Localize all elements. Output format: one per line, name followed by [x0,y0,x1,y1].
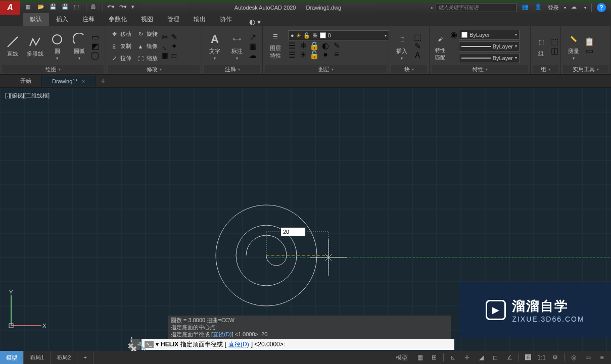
layer-combo[interactable]: ● ☀ 🔓 🖶 0 [288,30,389,40]
app-exchange-icon[interactable]: ☁ [571,4,579,12]
group-button[interactable]: ⬚组 [533,28,549,65]
polyline-button[interactable]: 多段线 [24,28,45,65]
scale-button[interactable]: ⛶缩放 [134,53,160,64]
rectangle-icon[interactable]: ▭ [91,33,99,41]
file-tab-drawing1[interactable]: Drawing1*× [42,76,96,86]
annoscale-icon[interactable]: 🅰 [523,353,533,362]
isodraft-icon[interactable]: ◢ [476,353,486,362]
layout-2[interactable]: 布局2 [51,351,77,364]
panel-annotation-label[interactable]: 注释 [204,65,260,73]
tab-collaborate[interactable]: 协作 [213,13,239,26]
signin-label[interactable]: 登录 [548,4,559,12]
insert-block-button[interactable]: ⬚插入▾ [391,28,412,65]
tab-default[interactable]: 默认 [23,13,49,26]
layer-iso-icon[interactable]: ☰ [288,41,296,49]
table-icon[interactable]: ▦ [249,42,257,50]
customize-icon[interactable]: ✖ [126,342,134,350]
copy-button[interactable]: ⎘复制 [108,41,133,52]
leader-icon[interactable]: ↗ [249,33,257,41]
ungroup-icon[interactable]: ⬚ [550,38,558,46]
snap-toggle-icon[interactable]: ⊞ [429,353,439,362]
rotate-button[interactable]: ↻旋转 [134,29,160,40]
layer-freeze-icon[interactable]: ❄ [299,41,307,49]
command-line[interactable]: >_ ▾ HELIX 指定顶面半径或 [直径(D)] <20.0000>: [142,339,454,350]
layer-uniso-icon[interactable]: ☰ [288,50,296,59]
signin-icon[interactable]: 👤 [535,4,543,12]
web-icon[interactable]: ⬚ [74,4,82,12]
layer-match-icon[interactable]: ≡ [333,50,341,59]
panel-group-label[interactable]: 组 [533,65,558,73]
tab-insert[interactable]: 插入 [49,13,75,26]
qat-dropdown-icon[interactable]: ▾ [131,4,139,12]
undo-icon[interactable]: ↶▾ [107,4,115,12]
dynamic-input[interactable] [280,227,306,236]
layout-model[interactable]: 模型 [0,351,24,364]
osnap-icon[interactable]: ◻ [490,353,500,362]
group-edit-icon[interactable]: ◫ [550,47,558,55]
layer-unlock-icon[interactable]: 🔓 [310,50,318,59]
linetype-combo[interactable]: ByLayer [459,53,520,63]
ortho-icon[interactable]: ⊾ [448,353,458,362]
arc-button[interactable]: 圆弧▾ [69,28,90,65]
layer-on-icon[interactable]: ● [321,50,330,59]
layer-properties-button[interactable]: ☰图层 特性 [265,27,286,62]
text-button[interactable]: A文字▾ [204,28,225,65]
move-button[interactable]: ✥移动 [108,29,133,40]
layer-thaw-icon[interactable]: ☀ [299,50,307,59]
wrench-icon[interactable]: 🔧 [137,342,146,350]
add-layout-button[interactable]: + [77,351,93,364]
stretch-button[interactable]: ⤢拉伸 [108,53,133,64]
explode-icon[interactable]: ✦ [170,42,178,50]
redo-icon[interactable]: ↷▾ [119,4,127,12]
open-icon[interactable]: 📂 [37,4,45,12]
match-properties-button[interactable]: 🖌特性 匹配 [432,28,449,65]
otrack-icon[interactable]: ∠ [504,353,514,362]
select-icon[interactable]: ▭ [585,47,593,55]
tab-annotate[interactable]: 注释 [75,13,102,26]
paste-icon[interactable]: 📋 [585,38,593,46]
clean-screen-icon[interactable]: ▭ [583,353,593,362]
customize-status-icon[interactable]: ≡ [597,353,607,362]
lineweight-combo[interactable]: ByLayer [459,41,520,51]
search-input[interactable]: 键入关键字或短语 [436,3,516,12]
file-tab-start[interactable]: 开始 [10,75,42,87]
panel-utilities-label[interactable]: 实用工具 [563,65,608,73]
grid-toggle-icon[interactable]: ▦ [415,353,425,362]
featured-apps-icon[interactable]: ◐ ▾ [249,18,261,26]
layout-1[interactable]: 布局1 [24,351,51,364]
plot-icon[interactable]: 🖶 [90,4,99,12]
modelspace-button[interactable]: 模型 [393,353,411,362]
panel-modify-label[interactable]: 修改 [108,65,200,73]
ellipse-icon[interactable]: ◯ [91,51,99,60]
offset-icon[interactable]: ⊏ [170,51,178,60]
new-icon[interactable]: ▦ [25,4,33,12]
add-tab-button[interactable]: + [96,75,110,88]
layer-lock-icon[interactable]: 🔒 [310,41,318,49]
color-wheel-icon[interactable]: ◉ [450,31,458,39]
measure-button[interactable]: 📏测量▾ [563,28,584,65]
trim-icon[interactable]: ✂ [161,33,169,41]
fillet-icon[interactable]: ◟ [161,42,169,50]
gear-icon[interactable]: ⚙ [550,353,560,362]
tab-output[interactable]: 输出 [186,13,213,26]
panel-draw-label[interactable]: 绘图 [2,65,104,73]
tab-parametric[interactable]: 参数化 [102,13,134,26]
line-button[interactable]: 直线 [2,28,23,65]
panel-block-label[interactable]: 块 [391,65,427,73]
workspace-icon[interactable]: ◎ [569,353,579,362]
save-icon[interactable]: 💾 [50,4,58,12]
help-icon[interactable]: ? [597,3,606,12]
scale-label[interactable]: 1:1 [537,353,546,362]
app-logo[interactable]: A [0,1,20,15]
diameter-option[interactable]: 直径(D) [228,340,249,349]
erase-icon[interactable]: ✎ [170,33,178,41]
edit-block-icon[interactable]: ✎ [413,42,421,50]
cloud-icon[interactable]: ☁ [249,51,257,60]
color-combo[interactable]: ByLayer [459,30,520,40]
hatch-icon[interactable]: ◩ [91,42,99,50]
panel-properties-label[interactable]: 特性 [432,65,528,73]
array-icon[interactable]: ▦ [161,51,169,60]
layer-off-icon[interactable]: ◐ [321,41,330,49]
viewport-label[interactable]: [-][俯视][二维线框] [5,92,50,99]
infocenter-icon[interactable]: 👥 [522,4,530,12]
